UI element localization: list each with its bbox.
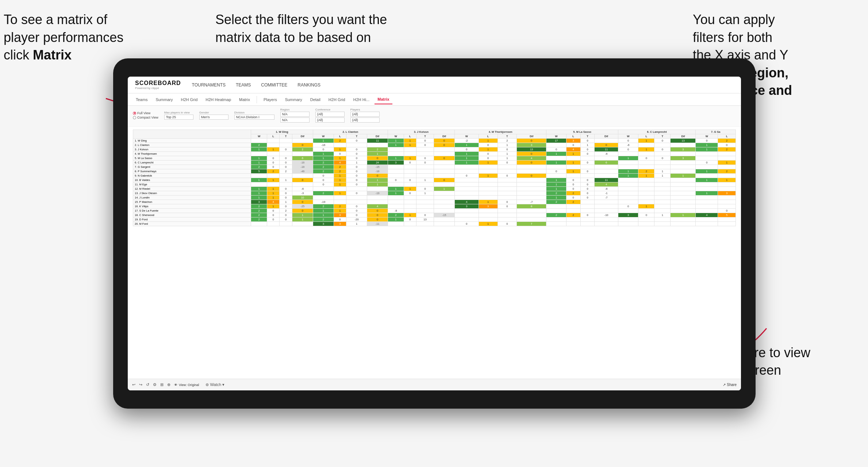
matrix-cell (718, 182, 736, 187)
matrix-cell: -3 (292, 191, 313, 196)
division-select[interactable]: NCAA Division I (234, 115, 274, 120)
conference-select-2[interactable]: (All) (315, 117, 345, 123)
matrix-cell: 0 (280, 191, 292, 196)
matrix-cell: -6 (618, 143, 638, 147)
matrix-cell: 0 (346, 209, 367, 213)
tab-h2h-heatmap[interactable]: H2H Heatmap (203, 95, 234, 104)
matrix-cell (434, 165, 454, 169)
watch-btn[interactable]: ⊚ Watch ▾ (206, 382, 224, 387)
matrix-cell (479, 196, 498, 200)
players-select-2[interactable]: (All) (350, 117, 380, 123)
tab-h2h-hi[interactable]: H2H Hi... (350, 95, 373, 104)
matrix-cell: 10 (292, 196, 313, 200)
undo-icon[interactable]: ↩ (132, 382, 135, 387)
matrix-cell: 4 (334, 161, 346, 165)
matrix-cell: 1 (718, 178, 736, 182)
matrix-cell: 0 (498, 147, 516, 152)
matrix-cell (454, 187, 479, 191)
matrix-cell (580, 174, 595, 178)
tab-players[interactable]: Players (261, 95, 280, 104)
max-players-select[interactable]: Top 25 (164, 115, 193, 120)
nav-committee[interactable]: COMMITTEE (261, 82, 287, 88)
tab-detail[interactable]: Detail (307, 95, 323, 104)
matrix-cell: 0 (292, 143, 313, 147)
col-header-2: 2. L Clanton (313, 130, 388, 134)
nav-rankings[interactable]: RANKINGS (297, 82, 320, 88)
compact-view-radio[interactable]: Compact View (133, 116, 158, 119)
matrix-cell: 1 (313, 213, 334, 217)
matrix-cell (516, 169, 546, 174)
matrix-cell (718, 217, 736, 222)
matrix-cell: 1 (696, 169, 718, 174)
tab-summary[interactable]: Summary (153, 95, 176, 104)
zoom-icon[interactable]: ⊕ (167, 382, 170, 387)
tab-h2h-grid[interactable]: H2H Grid (178, 95, 200, 104)
matrix-table: 1. W Ding 2. L Clanton 3. J Koivun 4. M … (133, 130, 736, 226)
table-row: 10. B Valdes1110010100101001111 (133, 178, 736, 182)
matrix-cell (671, 161, 696, 165)
tab-matrix-active[interactable]: Matrix (375, 95, 392, 104)
matrix-cell (546, 143, 566, 147)
matrix-cell: 1 (416, 191, 434, 196)
matrix-content[interactable]: 1. W Ding 2. L Clanton 3. J Koivun 4. M … (128, 127, 741, 379)
matrix-cell: 1 (388, 217, 404, 222)
matrix-cell (638, 187, 654, 191)
matrix-cell (595, 217, 618, 222)
matrix-cell: 1 (546, 161, 566, 165)
matrix-cell: 2 (388, 213, 404, 217)
tab-matrix[interactable]: Matrix (236, 95, 253, 104)
matrix-cell: 24 (367, 161, 388, 165)
nav-tournaments[interactable]: TOURNAMENTS (192, 82, 226, 88)
matrix-cell (580, 222, 595, 226)
share-button[interactable]: ↗ Share (723, 383, 737, 387)
full-view-radio[interactable]: Full View (133, 111, 158, 115)
matrix-cell: 0 (580, 152, 595, 156)
refresh-icon[interactable]: ↺ (146, 382, 149, 387)
matrix-cell: 0 (267, 156, 279, 161)
tab-h2h-grid2[interactable]: H2H Grid (326, 95, 348, 104)
players-select-1[interactable]: (All) (350, 112, 380, 117)
matrix-cell: 0 (516, 139, 546, 143)
matrix-cell: -15 (434, 213, 454, 217)
matrix-cell: -1 (595, 191, 618, 196)
matrix-cell: 0 (346, 139, 367, 143)
matrix-cell (388, 204, 404, 209)
matrix-cell (595, 156, 618, 161)
matrix-cell (654, 161, 671, 165)
matrix-cell: 0 (454, 174, 479, 178)
matrix-cell (618, 222, 638, 226)
matrix-cell (388, 152, 404, 156)
tab-players-summary[interactable]: Summary (282, 95, 305, 104)
settings-icon[interactable]: ⚙ (153, 382, 157, 387)
row-label: 19. D Ford (133, 217, 251, 222)
filter-region: Region N/A N/A (280, 108, 310, 123)
matrix-cell: 1 (696, 147, 718, 152)
nav-teams[interactable]: TEAMS (236, 82, 251, 88)
matrix-cell: 2 (251, 165, 267, 169)
matrix-cell: 0 (580, 191, 595, 196)
gender-select[interactable]: Men's (199, 115, 228, 120)
tablet-screen: SCOREBOARD Powered by clippd TOURNAMENTS… (128, 77, 741, 390)
matrix-cell: 1 (334, 178, 346, 182)
matrix-cell: 0 (267, 161, 279, 165)
matrix-cell (595, 209, 618, 213)
conference-select-1[interactable]: (All) (315, 112, 345, 117)
matrix-cell: 1 (280, 200, 292, 204)
matrix-cell: 0 (479, 156, 498, 161)
matrix-cell: 2 (566, 200, 580, 204)
redo-icon[interactable]: ↪ (139, 382, 142, 387)
matrix-cell: 1 (454, 161, 479, 165)
matrix-cell (638, 200, 654, 204)
matrix-cell: 2 (546, 191, 566, 196)
region-select-1[interactable]: N/A (280, 112, 310, 117)
matrix-cell (388, 174, 404, 178)
matrix-cell: 0 (367, 156, 388, 161)
matrix-cell: 1 (454, 152, 479, 156)
matrix-cell: 0 (566, 178, 580, 182)
tab-teams[interactable]: Teams (133, 95, 150, 104)
matrix-cell: 2 (546, 213, 566, 217)
matrix-cell: -15 (367, 165, 388, 169)
matrix-cell (671, 169, 696, 174)
region-select-2[interactable]: N/A (280, 117, 310, 123)
grid-icon[interactable]: ⊞ (160, 382, 164, 387)
